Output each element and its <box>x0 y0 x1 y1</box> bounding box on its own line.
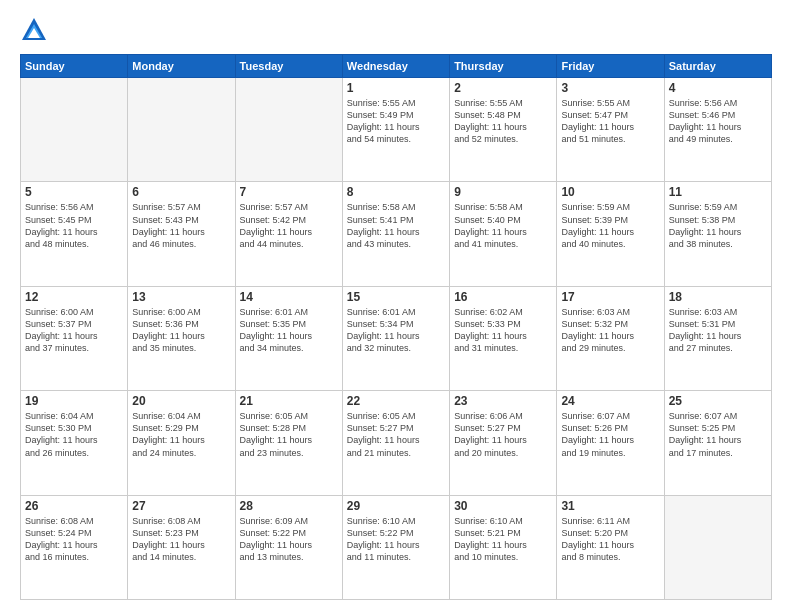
calendar-cell: 22Sunrise: 6:05 AM Sunset: 5:27 PM Dayli… <box>342 391 449 495</box>
day-number: 25 <box>669 394 767 408</box>
calendar-cell: 11Sunrise: 5:59 AM Sunset: 5:38 PM Dayli… <box>664 182 771 286</box>
day-info: Sunrise: 6:06 AM Sunset: 5:27 PM Dayligh… <box>454 410 552 459</box>
day-info: Sunrise: 5:58 AM Sunset: 5:40 PM Dayligh… <box>454 201 552 250</box>
day-info: Sunrise: 6:04 AM Sunset: 5:29 PM Dayligh… <box>132 410 230 459</box>
day-info: Sunrise: 6:08 AM Sunset: 5:24 PM Dayligh… <box>25 515 123 564</box>
calendar-cell: 19Sunrise: 6:04 AM Sunset: 5:30 PM Dayli… <box>21 391 128 495</box>
calendar-table: SundayMondayTuesdayWednesdayThursdayFrid… <box>20 54 772 600</box>
calendar-cell: 25Sunrise: 6:07 AM Sunset: 5:25 PM Dayli… <box>664 391 771 495</box>
logo-icon <box>20 16 48 44</box>
header <box>20 16 772 44</box>
day-info: Sunrise: 6:10 AM Sunset: 5:21 PM Dayligh… <box>454 515 552 564</box>
day-number: 31 <box>561 499 659 513</box>
day-info: Sunrise: 5:56 AM Sunset: 5:45 PM Dayligh… <box>25 201 123 250</box>
day-info: Sunrise: 6:09 AM Sunset: 5:22 PM Dayligh… <box>240 515 338 564</box>
day-number: 21 <box>240 394 338 408</box>
calendar-cell: 5Sunrise: 5:56 AM Sunset: 5:45 PM Daylig… <box>21 182 128 286</box>
day-info: Sunrise: 5:55 AM Sunset: 5:47 PM Dayligh… <box>561 97 659 146</box>
calendar-cell: 6Sunrise: 5:57 AM Sunset: 5:43 PM Daylig… <box>128 182 235 286</box>
day-number: 11 <box>669 185 767 199</box>
calendar-cell: 27Sunrise: 6:08 AM Sunset: 5:23 PM Dayli… <box>128 495 235 599</box>
day-number: 3 <box>561 81 659 95</box>
day-number: 26 <box>25 499 123 513</box>
day-number: 17 <box>561 290 659 304</box>
day-number: 2 <box>454 81 552 95</box>
calendar-cell: 28Sunrise: 6:09 AM Sunset: 5:22 PM Dayli… <box>235 495 342 599</box>
calendar-cell: 9Sunrise: 5:58 AM Sunset: 5:40 PM Daylig… <box>450 182 557 286</box>
calendar-cell: 16Sunrise: 6:02 AM Sunset: 5:33 PM Dayli… <box>450 286 557 390</box>
day-info: Sunrise: 5:58 AM Sunset: 5:41 PM Dayligh… <box>347 201 445 250</box>
calendar-cell: 4Sunrise: 5:56 AM Sunset: 5:46 PM Daylig… <box>664 78 771 182</box>
day-number: 10 <box>561 185 659 199</box>
weekday-header-tuesday: Tuesday <box>235 55 342 78</box>
day-number: 12 <box>25 290 123 304</box>
weekday-header-thursday: Thursday <box>450 55 557 78</box>
day-number: 16 <box>454 290 552 304</box>
day-info: Sunrise: 6:00 AM Sunset: 5:37 PM Dayligh… <box>25 306 123 355</box>
day-info: Sunrise: 6:08 AM Sunset: 5:23 PM Dayligh… <box>132 515 230 564</box>
calendar-cell: 20Sunrise: 6:04 AM Sunset: 5:29 PM Dayli… <box>128 391 235 495</box>
day-info: Sunrise: 5:57 AM Sunset: 5:43 PM Dayligh… <box>132 201 230 250</box>
day-number: 19 <box>25 394 123 408</box>
page: SundayMondayTuesdayWednesdayThursdayFrid… <box>0 0 792 612</box>
calendar-cell: 30Sunrise: 6:10 AM Sunset: 5:21 PM Dayli… <box>450 495 557 599</box>
day-info: Sunrise: 6:05 AM Sunset: 5:28 PM Dayligh… <box>240 410 338 459</box>
day-info: Sunrise: 6:07 AM Sunset: 5:26 PM Dayligh… <box>561 410 659 459</box>
day-number: 1 <box>347 81 445 95</box>
calendar-cell: 3Sunrise: 5:55 AM Sunset: 5:47 PM Daylig… <box>557 78 664 182</box>
week-row-4: 26Sunrise: 6:08 AM Sunset: 5:24 PM Dayli… <box>21 495 772 599</box>
day-number: 8 <box>347 185 445 199</box>
calendar-cell: 31Sunrise: 6:11 AM Sunset: 5:20 PM Dayli… <box>557 495 664 599</box>
logo <box>20 16 52 44</box>
day-number: 5 <box>25 185 123 199</box>
day-number: 13 <box>132 290 230 304</box>
day-number: 30 <box>454 499 552 513</box>
day-info: Sunrise: 5:59 AM Sunset: 5:39 PM Dayligh… <box>561 201 659 250</box>
day-info: Sunrise: 5:55 AM Sunset: 5:49 PM Dayligh… <box>347 97 445 146</box>
day-number: 4 <box>669 81 767 95</box>
day-info: Sunrise: 6:01 AM Sunset: 5:35 PM Dayligh… <box>240 306 338 355</box>
calendar-cell: 1Sunrise: 5:55 AM Sunset: 5:49 PM Daylig… <box>342 78 449 182</box>
day-number: 23 <box>454 394 552 408</box>
day-number: 28 <box>240 499 338 513</box>
day-number: 18 <box>669 290 767 304</box>
week-row-1: 5Sunrise: 5:56 AM Sunset: 5:45 PM Daylig… <box>21 182 772 286</box>
calendar-cell: 2Sunrise: 5:55 AM Sunset: 5:48 PM Daylig… <box>450 78 557 182</box>
day-info: Sunrise: 5:59 AM Sunset: 5:38 PM Dayligh… <box>669 201 767 250</box>
calendar-cell: 26Sunrise: 6:08 AM Sunset: 5:24 PM Dayli… <box>21 495 128 599</box>
calendar-cell: 14Sunrise: 6:01 AM Sunset: 5:35 PM Dayli… <box>235 286 342 390</box>
day-number: 9 <box>454 185 552 199</box>
weekday-header-saturday: Saturday <box>664 55 771 78</box>
day-number: 6 <box>132 185 230 199</box>
week-row-0: 1Sunrise: 5:55 AM Sunset: 5:49 PM Daylig… <box>21 78 772 182</box>
calendar-cell: 29Sunrise: 6:10 AM Sunset: 5:22 PM Dayli… <box>342 495 449 599</box>
day-number: 7 <box>240 185 338 199</box>
calendar-cell <box>235 78 342 182</box>
calendar-cell: 15Sunrise: 6:01 AM Sunset: 5:34 PM Dayli… <box>342 286 449 390</box>
calendar-cell: 23Sunrise: 6:06 AM Sunset: 5:27 PM Dayli… <box>450 391 557 495</box>
calendar-cell: 13Sunrise: 6:00 AM Sunset: 5:36 PM Dayli… <box>128 286 235 390</box>
day-number: 27 <box>132 499 230 513</box>
weekday-header-wednesday: Wednesday <box>342 55 449 78</box>
day-number: 15 <box>347 290 445 304</box>
day-info: Sunrise: 6:04 AM Sunset: 5:30 PM Dayligh… <box>25 410 123 459</box>
calendar-cell <box>664 495 771 599</box>
day-info: Sunrise: 6:03 AM Sunset: 5:32 PM Dayligh… <box>561 306 659 355</box>
day-info: Sunrise: 6:01 AM Sunset: 5:34 PM Dayligh… <box>347 306 445 355</box>
day-info: Sunrise: 6:03 AM Sunset: 5:31 PM Dayligh… <box>669 306 767 355</box>
day-info: Sunrise: 5:57 AM Sunset: 5:42 PM Dayligh… <box>240 201 338 250</box>
day-info: Sunrise: 6:07 AM Sunset: 5:25 PM Dayligh… <box>669 410 767 459</box>
calendar-cell: 7Sunrise: 5:57 AM Sunset: 5:42 PM Daylig… <box>235 182 342 286</box>
day-info: Sunrise: 6:10 AM Sunset: 5:22 PM Dayligh… <box>347 515 445 564</box>
day-number: 14 <box>240 290 338 304</box>
calendar-cell: 24Sunrise: 6:07 AM Sunset: 5:26 PM Dayli… <box>557 391 664 495</box>
day-number: 22 <box>347 394 445 408</box>
day-info: Sunrise: 6:11 AM Sunset: 5:20 PM Dayligh… <box>561 515 659 564</box>
calendar-cell: 17Sunrise: 6:03 AM Sunset: 5:32 PM Dayli… <box>557 286 664 390</box>
calendar-cell: 8Sunrise: 5:58 AM Sunset: 5:41 PM Daylig… <box>342 182 449 286</box>
week-row-3: 19Sunrise: 6:04 AM Sunset: 5:30 PM Dayli… <box>21 391 772 495</box>
calendar-cell <box>21 78 128 182</box>
weekday-header-row: SundayMondayTuesdayWednesdayThursdayFrid… <box>21 55 772 78</box>
day-number: 20 <box>132 394 230 408</box>
weekday-header-monday: Monday <box>128 55 235 78</box>
